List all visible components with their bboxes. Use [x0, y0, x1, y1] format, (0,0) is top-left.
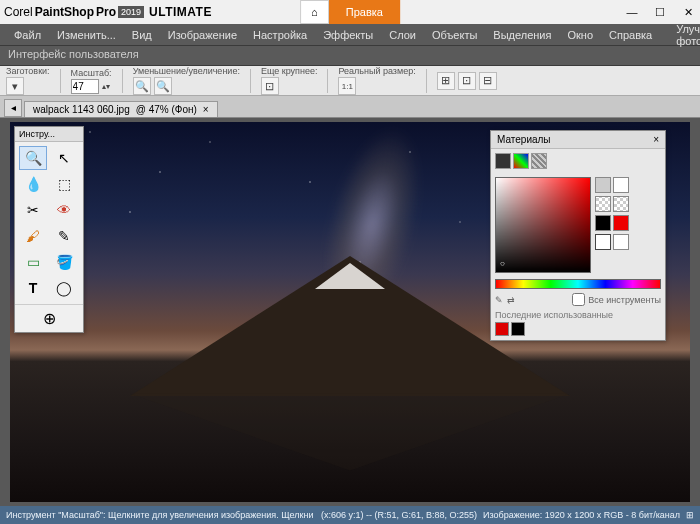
menu-selections[interactable]: Выделения	[485, 26, 559, 44]
menu-layers[interactable]: Слои	[381, 26, 424, 44]
materials-titlebar[interactable]: Материалы ×	[491, 131, 665, 149]
fit-all-icon[interactable]: ⊟	[479, 72, 497, 90]
status-right: (x:606 y:1) -- (R:51, G:61, B:88, O:255)…	[321, 510, 694, 520]
workspace-tabs: ⌂ Правка	[300, 0, 400, 24]
pattern-swatch-2[interactable]	[613, 196, 629, 212]
brand-year: 2019	[118, 6, 144, 18]
pattern-swatch-1[interactable]	[595, 196, 611, 212]
tool-options-bar: Заготовки: ▾ Масштаб: ▴▾ Уменьшение/увел…	[0, 66, 700, 96]
selection-tool[interactable]: ⬚	[50, 172, 78, 196]
materials-tools: ✎ ⇄ Все инструменты	[491, 291, 665, 308]
recent-colors	[491, 322, 665, 340]
style-swatch-1[interactable]	[595, 234, 611, 250]
recent-color-2[interactable]	[511, 322, 525, 336]
all-tools-check-input[interactable]	[572, 293, 585, 306]
hue-slider[interactable]	[495, 279, 661, 289]
all-tools-checkbox[interactable]: Все инструменты	[572, 293, 661, 306]
menu-window[interactable]: Окно	[559, 26, 601, 44]
fill-tool[interactable]: 🪣	[50, 250, 78, 274]
tab-nav-left[interactable]: ◂	[4, 99, 22, 117]
toolbox-title[interactable]: Инстру...	[15, 127, 83, 142]
zoom-out-icon[interactable]: 🔍	[133, 77, 151, 95]
status-hint: Инструмент "Масштаб": Щелкните для увели…	[6, 510, 313, 520]
zoom-more-icon[interactable]: ⊡	[261, 77, 279, 95]
actual-size-label: Реальный размер:	[338, 66, 415, 76]
menu-file[interactable]: Файл	[6, 26, 49, 44]
fit-window-icon[interactable]: ⊞	[437, 72, 455, 90]
toolbox-panel[interactable]: Инстру... 🔍 ↖ 💧 ⬚ ✂ 👁 🖌 ✎ ▭ 🪣 T ◯ ⊕	[14, 126, 84, 333]
menu-objects[interactable]: Объекты	[424, 26, 485, 44]
menu-edit[interactable]: Изменить...	[49, 26, 124, 44]
materials-mode-tabs	[491, 149, 665, 173]
clone-tool[interactable]: ✎	[50, 224, 78, 248]
document-tab[interactable]: walpack 1143 060.jpg @ 47% (Фон) ×	[24, 101, 218, 117]
brand-ultimate: ULTIMATE	[149, 5, 212, 19]
menu-image[interactable]: Изображение	[160, 26, 245, 44]
menu-adjust[interactable]: Настройка	[245, 26, 315, 44]
brush-tool[interactable]: 🖌	[19, 224, 47, 248]
zoom-input[interactable]	[71, 79, 99, 94]
toolbox-grid: 🔍 ↖ 💧 ⬚ ✂ 👁 🖌 ✎ ▭ 🪣 T ◯	[15, 142, 83, 304]
color-picker-area[interactable]	[495, 177, 591, 273]
toolbox-title-label: Инстру...	[19, 129, 55, 139]
dropper-tool[interactable]: 💧	[19, 172, 47, 196]
menu-view[interactable]: Вид	[124, 26, 160, 44]
zoom-io-label: Уменьшение/увеличение:	[133, 66, 240, 76]
eyedropper-icon[interactable]: ✎	[495, 295, 503, 305]
fg-color[interactable]	[595, 215, 611, 231]
fit-group: ⊞ ⊡ ⊟	[437, 72, 497, 90]
menu-effects[interactable]: Эффекты	[315, 26, 381, 44]
fit-screen-icon[interactable]: ⊡	[458, 72, 476, 90]
swatch-column	[595, 177, 629, 273]
menu-help[interactable]: Справка	[601, 26, 660, 44]
presets-label: Заготовки:	[6, 66, 50, 76]
ui-subheader: Интерфейс пользователя	[0, 46, 700, 66]
crop-tool[interactable]: ✂	[19, 198, 47, 222]
zoom-spinner[interactable]: ▴▾	[102, 82, 110, 91]
ellipse-tool[interactable]: ◯	[50, 276, 78, 300]
mat-tab-swatches[interactable]	[531, 153, 547, 169]
bg-swatch[interactable]	[613, 177, 629, 193]
swap-colors-icon[interactable]: ⇄	[507, 295, 515, 305]
status-grid-icon[interactable]: ⊞	[686, 510, 694, 520]
materials-panel[interactable]: Материалы × ✎	[490, 130, 666, 341]
presets-dropdown[interactable]: ▾	[6, 77, 24, 95]
zoom-label: Масштаб:	[71, 68, 112, 78]
presets-group: Заготовки: ▾	[6, 66, 50, 95]
brand-corel: Corel	[4, 5, 33, 19]
zoom-tool[interactable]: 🔍	[19, 146, 47, 170]
mat-tab-rainbow[interactable]	[513, 153, 529, 169]
document-tab-suffix: @ 47% (Фон)	[136, 104, 197, 115]
app-title: Corel PaintShop Pro 2019 ULTIMATE	[4, 5, 212, 19]
separator	[426, 69, 427, 93]
zoom-io-group: Уменьшение/увеличение: 🔍 🔍	[133, 66, 240, 95]
actual-size-icon[interactable]: 1:1	[338, 77, 356, 95]
zoom-in-icon[interactable]: 🔍	[154, 77, 172, 95]
tab-home[interactable]: ⌂	[300, 0, 329, 24]
fg-swatch[interactable]	[595, 177, 611, 193]
document-tab-close[interactable]: ×	[203, 104, 209, 115]
zoom-group: Масштаб: ▴▾	[71, 68, 112, 94]
bg-color[interactable]	[613, 215, 629, 231]
separator	[250, 69, 251, 93]
separator	[122, 69, 123, 93]
shape-tool[interactable]: ▭	[19, 250, 47, 274]
home-icon: ⌂	[311, 6, 318, 18]
recent-color-1[interactable]	[495, 322, 509, 336]
mat-tab-frame[interactable]	[495, 153, 511, 169]
redeye-tool[interactable]: 👁	[50, 198, 78, 222]
minimize-button[interactable]: —	[624, 6, 640, 19]
close-button[interactable]: ✕	[680, 6, 696, 19]
text-tool[interactable]: T	[19, 276, 47, 300]
brand-paintshop: PaintShop	[35, 5, 94, 19]
menubar: Файл Изменить... Вид Изображение Настрой…	[0, 24, 700, 46]
zoom-more-group: Еще крупнее: ⊡	[261, 66, 318, 95]
tab-edit[interactable]: Правка	[329, 0, 400, 24]
maximize-button[interactable]: ☐	[652, 6, 668, 19]
pointer-tool[interactable]: ↖	[50, 146, 78, 170]
menu-photo-enhance[interactable]: Улучшение фотографии	[668, 20, 700, 50]
style-swatch-2[interactable]	[613, 234, 629, 250]
materials-close[interactable]: ×	[653, 134, 659, 145]
brand-pro: Pro	[96, 5, 116, 19]
toolbox-more[interactable]: ⊕	[15, 304, 83, 332]
